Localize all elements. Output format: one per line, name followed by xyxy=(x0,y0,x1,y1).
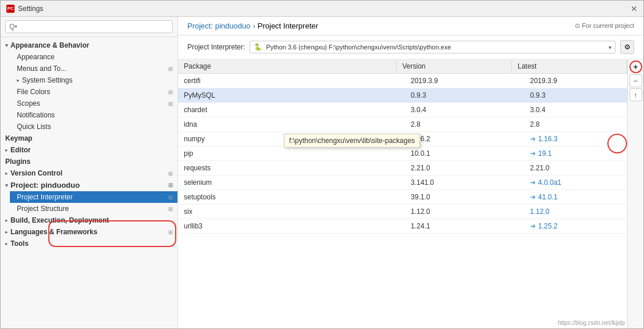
item-label: Menus and To... xyxy=(17,65,66,73)
remove-package-button[interactable]: − xyxy=(629,74,642,87)
sidebar-item-editor[interactable]: Editor xyxy=(1,144,177,156)
close-button[interactable]: ✕ xyxy=(631,4,638,13)
breadcrumb-separator: › xyxy=(252,22,255,30)
main-panel: Project: pinduoduo › Project Interpreter… xyxy=(178,17,643,328)
pkg-version: 39.1.0 xyxy=(405,192,524,202)
sidebar-item-scopes[interactable]: Scopes ⊞ xyxy=(10,98,177,109)
for-current-project-link[interactable]: ⊙ For current project xyxy=(575,22,634,30)
table-row[interactable]: idna 2.8 2.8 xyxy=(178,117,643,132)
pkg-version: 2019.3.9 xyxy=(405,76,524,86)
pkg-latest: 2.21.0 xyxy=(524,163,643,173)
sidebar-item-project-interpreter[interactable]: Project Interpreter ⊞ xyxy=(10,191,177,203)
gear-button[interactable]: ⚙ xyxy=(620,40,634,54)
packages-header: Package Version Latest xyxy=(178,59,643,74)
sidebar-item-appearance[interactable]: Appearance xyxy=(10,51,177,63)
table-row[interactable]: pip 10.0.1 ➜19.1 xyxy=(178,146,643,161)
watermark: https://blog.csdn.net/lkjidp xyxy=(558,320,625,326)
item-label: Project Structure xyxy=(17,205,69,213)
table-row[interactable]: six 1.12.0 1.12.0 xyxy=(178,205,643,219)
content-area: Appearance & Behavior Appearance Menus a… xyxy=(1,17,643,328)
chevron-icon xyxy=(17,77,20,83)
sidebar-item-languages[interactable]: Languages & Frameworks ⊞ xyxy=(1,226,177,238)
sidebar-item-notifications[interactable]: Notifications xyxy=(10,109,177,121)
sidebar-item-quick-lists[interactable]: Quick Lists xyxy=(10,121,177,133)
shortcut-icon: ⊞ xyxy=(168,194,173,201)
group-system-settings: System Settings xyxy=(10,74,177,86)
title-bar-left: PC Settings xyxy=(6,5,43,13)
shortcut-icon: ⊞ xyxy=(168,229,173,235)
pkg-version: 1.24.1 xyxy=(405,221,524,231)
upgrade-button[interactable]: ↑ xyxy=(629,88,642,101)
table-row[interactable]: setuptools 39.1.0 ➜41.0.1 xyxy=(178,190,643,205)
settings-window: PC Settings ✕ Appearance & Behavior xyxy=(0,0,644,329)
search-input[interactable] xyxy=(5,20,173,33)
chevron-icon xyxy=(5,183,8,188)
group-project-header[interactable]: Project: pinduoduo ⊞ xyxy=(1,179,177,191)
sidebar-item-project-structure[interactable]: Project Structure ⊞ xyxy=(10,203,177,214)
add-package-button[interactable]: + xyxy=(629,60,642,73)
tooltip: f:\python\chengxu\venv\lib\site-packages xyxy=(284,134,420,148)
project-label: Project: pinduoduo xyxy=(10,181,80,189)
pkg-version: 0.9.3 xyxy=(405,90,524,101)
group-project-pinduoduo: Project: pinduoduo ⊞ Project Interpreter… xyxy=(1,179,177,214)
sidebar-item-keymap[interactable]: Keymap xyxy=(1,133,177,144)
table-row[interactable]: chardet 3.0.4 3.0.4 xyxy=(178,103,643,117)
title-bar: PC Settings ✕ xyxy=(1,1,643,17)
pkg-name: setuptools xyxy=(178,192,405,202)
pkg-latest: ➜1.16.3 xyxy=(524,134,643,144)
item-label: Version Control xyxy=(10,169,62,177)
pkg-latest: ➜4.0.0a1 xyxy=(524,177,643,188)
table-row[interactable]: certifi 2019.3.9 2019.3.9 xyxy=(178,74,643,88)
minus-icon: − xyxy=(634,77,638,85)
sidebar-item-menus[interactable]: Menus and To... ⊞ xyxy=(10,63,177,74)
panel-header: Project: pinduoduo › Project Interpreter… xyxy=(178,17,643,35)
packages-list: certifi 2019.3.9 2019.3.9 PyMySQL 0.9.3 … xyxy=(178,74,643,328)
pkg-name: idna xyxy=(178,119,405,130)
chevron-icon xyxy=(5,229,8,235)
sidebar-item-file-colors[interactable]: File Colors ⊞ xyxy=(10,86,177,98)
table-row[interactable]: requests 2.21.0 2.21.0 xyxy=(178,161,643,176)
col-version: Version xyxy=(397,59,512,73)
group-system-settings-header[interactable]: System Settings xyxy=(10,74,177,86)
interpreter-label: Project Interpreter: xyxy=(187,43,245,51)
item-label: Plugins xyxy=(5,158,30,166)
item-label: Keymap xyxy=(5,134,33,142)
group-appearance-behavior-header[interactable]: Appearance & Behavior xyxy=(1,40,177,51)
sidebar-item-build[interactable]: Build, Execution, Deployment xyxy=(1,214,177,226)
item-label: Editor xyxy=(10,146,31,154)
pkg-latest: ➜41.0.1 xyxy=(524,192,643,202)
shortcut-icon: ⊞ xyxy=(168,206,173,212)
table-row[interactable]: urllib3 1.24.1 ➜1.25.2 xyxy=(178,219,643,234)
sidebar-item-version-control[interactable]: Version Control ⊞ xyxy=(1,167,177,179)
pkg-version: 2.21.0 xyxy=(405,163,524,173)
item-label: File Colors xyxy=(17,88,50,96)
pkg-name: selenium xyxy=(178,177,405,188)
sidebar-item-plugins[interactable]: Plugins xyxy=(1,156,177,167)
appearance-children: Appearance Menus and To... ⊞ System Sett… xyxy=(1,51,177,133)
pkg-version: 3.0.4 xyxy=(405,105,524,115)
shortcut-icon: ⊞ xyxy=(168,66,173,72)
pkg-version: 2.8 xyxy=(405,119,524,130)
interpreter-select[interactable]: 🐍 Python 3.6 (chengxu) F:\python\chengxu… xyxy=(250,41,615,53)
table-row[interactable]: selenium 3.141.0 ➜4.0.0a1 xyxy=(178,176,643,190)
upgrade-arrow-icon: ➜ xyxy=(530,149,536,158)
pkg-latest: 2.8 xyxy=(524,119,643,130)
pkg-name: chardet xyxy=(178,105,405,115)
pkg-name: requests xyxy=(178,163,405,173)
item-label: Appearance xyxy=(17,53,55,61)
breadcrumb-project[interactable]: Project: pinduoduo xyxy=(187,22,250,30)
search-bar xyxy=(1,17,177,37)
shortcut-icon: ⊞ xyxy=(168,182,173,188)
pkg-name: PyMySQL xyxy=(178,90,405,101)
upgrade-arrow-icon: ➜ xyxy=(530,178,536,187)
upgrade-arrow-icon: ➜ xyxy=(530,193,536,201)
upgrade-arrow-icon: ➜ xyxy=(530,222,536,230)
sidebar-item-tools[interactable]: Tools xyxy=(1,238,177,249)
chevron-icon xyxy=(5,147,8,153)
col-latest: Latest xyxy=(512,59,627,73)
shortcut-icon: ⊞ xyxy=(168,101,173,107)
table-row[interactable]: PyMySQL 0.9.3 0.9.3 xyxy=(178,88,643,103)
packages-area: Package Version Latest certifi 2019.3.9 … xyxy=(178,59,643,328)
project-children: Project Interpreter ⊞ Project Structure … xyxy=(1,191,177,214)
pkg-latest: ➜1.25.2 xyxy=(524,221,643,231)
